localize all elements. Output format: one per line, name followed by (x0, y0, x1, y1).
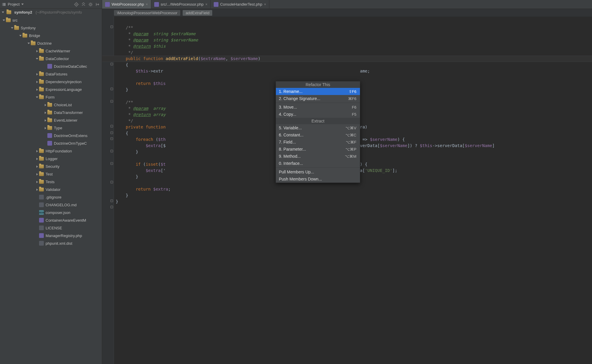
fold-marker-icon[interactable]: − (110, 131, 113, 134)
tree-row[interactable]: DoctrineDataCollec (0, 62, 102, 70)
tree-row[interactable]: EventListener (0, 116, 102, 124)
tree-row[interactable]: JSONcomposer.json (0, 209, 102, 216)
tree-expand-icon[interactable] (43, 119, 47, 122)
tree-row[interactable]: CHANGELOG.md (0, 201, 102, 209)
tree-item-label: ContainerAwareEventM (46, 218, 86, 223)
refactor-menu-item[interactable]: 0. Interface... (276, 160, 360, 167)
tree-row[interactable]: Logger (0, 155, 102, 162)
tree-row[interactable]: HttpFoundation (0, 147, 102, 155)
tree-row[interactable]: DataFixtures (0, 70, 102, 78)
tree-row[interactable]: Security (0, 162, 102, 170)
close-icon[interactable]: × (205, 2, 207, 7)
refactor-menu-item[interactable]: Push Members Down... (276, 175, 360, 183)
tree-expand-icon[interactable] (35, 173, 39, 176)
tree-item-label: ChoiceList (54, 103, 72, 107)
tree-row[interactable]: Type (0, 124, 102, 132)
breadcrumb-symbol[interactable]: addExtraField (183, 10, 212, 16)
editor-tab[interactable]: src/.../WebProcessor.php× (151, 0, 211, 9)
fold-marker-icon[interactable]: − (110, 206, 113, 208)
settings-gear-icon[interactable] (88, 2, 93, 7)
folder-icon (47, 126, 52, 130)
editor-tab[interactable]: WebProcessor.php× (102, 0, 151, 9)
refactor-menu-item[interactable]: 2. Change Signature...⌘F6 (276, 95, 360, 102)
tree-row[interactable]: Symfony (0, 24, 102, 32)
tree-expand-icon[interactable] (35, 88, 39, 91)
tree-row[interactable]: Form (0, 93, 102, 101)
refactor-menu-item[interactable]: Pull Members Up... (276, 168, 360, 175)
collapse-all-icon[interactable] (81, 2, 86, 7)
tree-row[interactable]: ExpressionLanguage (0, 86, 102, 93)
close-icon[interactable]: × (264, 2, 266, 7)
tree-item-label: Security (46, 164, 59, 169)
tree-expand-icon[interactable] (27, 42, 31, 45)
refactor-menu-item[interactable]: 3. Move...F6 (276, 104, 360, 111)
refactor-menu-item[interactable]: 7. Field...⌥⌘F (276, 138, 360, 146)
project-root-row[interactable]: symfony2 (~/PhpstormProjects/symfo (0, 9, 102, 16)
tree-expand-icon[interactable] (18, 34, 22, 37)
tree-row[interactable]: CacheWarmer (0, 47, 102, 55)
tree-item-label: DoctrineOrmTypeC (54, 141, 87, 146)
tree-expand-icon[interactable] (35, 180, 39, 183)
fold-marker-icon[interactable]: − (110, 100, 113, 103)
tree-row[interactable]: src (0, 16, 102, 24)
project-view-selector[interactable]: Project (2, 2, 73, 7)
tree-expand-icon[interactable] (43, 103, 47, 107)
tree-expand-icon[interactable] (35, 165, 39, 168)
menu-item-label: Pull Members Up... (279, 170, 356, 174)
tree-row[interactable]: ChoiceList (0, 101, 102, 109)
refactor-menu-item[interactable]: 6. Constant...⌥⌘C (276, 131, 360, 138)
tree-row[interactable]: ContainerAwareEventM (0, 216, 102, 224)
menu-item-shortcut: F6 (352, 105, 356, 109)
tree-expand-icon[interactable] (35, 149, 39, 153)
refactor-menu-item[interactable]: 8. Parameter...⌥⌘P (276, 146, 360, 153)
tree-row[interactable]: Tests (0, 178, 102, 186)
fold-marker-icon[interactable]: − (110, 88, 113, 90)
tree-expand-icon[interactable] (35, 188, 39, 191)
fold-marker-icon[interactable]: − (110, 25, 113, 28)
editor[interactable]: − − − − − − − − − − − − − /** * @param s… (102, 17, 592, 364)
tree-expand-icon[interactable] (10, 26, 14, 30)
refactor-menu-item[interactable]: 5. Variable...⌥⌘V (276, 124, 360, 131)
tree-row[interactable]: Test (0, 170, 102, 178)
fold-marker-icon[interactable]: − (110, 162, 113, 165)
refactor-menu-item[interactable]: 4. Copy...F5 (276, 111, 360, 118)
php-icon (39, 233, 44, 238)
tree-expand-icon[interactable] (35, 96, 39, 99)
tree-row[interactable]: Bridge (0, 32, 102, 39)
fold-marker-icon[interactable]: − (110, 199, 113, 202)
tree-row[interactable]: phpunit.xml.dist (0, 239, 102, 247)
tree-expand-icon[interactable] (35, 73, 39, 76)
fold-marker-icon[interactable]: − (110, 150, 113, 152)
tree-row[interactable]: DependencyInjection (0, 78, 102, 86)
tree-row[interactable]: LICENSE (0, 224, 102, 232)
tree-expand-icon[interactable] (43, 111, 47, 114)
hide-icon[interactable] (95, 2, 100, 7)
project-tree[interactable]: srcSymfonyBridgeDoctrineCacheWarmerDataC… (0, 16, 102, 364)
fold-marker-icon[interactable]: − (110, 63, 113, 65)
tree-row[interactable]: DataTransformer (0, 109, 102, 116)
locate-icon[interactable] (74, 2, 79, 7)
tree-row[interactable]: DoctrineOrmExtens (0, 132, 102, 139)
refactor-menu-item[interactable]: 9. Method...⌥⌘M (276, 153, 360, 160)
navigation-bar: \Monolog\Processor\WebProcessor addExtra… (102, 9, 592, 17)
tree-row[interactable]: Doctrine (0, 39, 102, 47)
tree-row[interactable]: .gitignore (0, 193, 102, 201)
tree-row[interactable]: Validator (0, 186, 102, 193)
project-tool-header: Project (0, 0, 102, 9)
tree-expand-icon[interactable] (35, 157, 39, 160)
tree-expand-icon[interactable] (2, 19, 6, 22)
fold-marker-icon[interactable]: − (110, 137, 113, 140)
tree-expand-icon[interactable] (35, 49, 39, 53)
tree-expand-icon[interactable] (35, 57, 39, 60)
editor-tab[interactable]: ConsoleHandlerTest.php× (211, 0, 269, 9)
tree-row[interactable]: ManagerRegistry.php (0, 232, 102, 239)
tree-row[interactable]: DoctrineOrmTypeC (0, 139, 102, 147)
fold-marker-icon[interactable]: − (110, 125, 113, 128)
close-icon[interactable]: × (146, 2, 148, 7)
breadcrumb-namespace[interactable]: \Monolog\Processor\WebProcessor (114, 10, 180, 16)
tree-row[interactable]: DataCollector (0, 55, 102, 62)
refactor-menu-item[interactable]: 1. Rename...⇧F6 (276, 88, 360, 95)
tree-expand-icon[interactable] (43, 126, 47, 130)
tree-expand-icon[interactable] (35, 80, 39, 83)
fold-marker-icon[interactable]: − (110, 181, 113, 183)
